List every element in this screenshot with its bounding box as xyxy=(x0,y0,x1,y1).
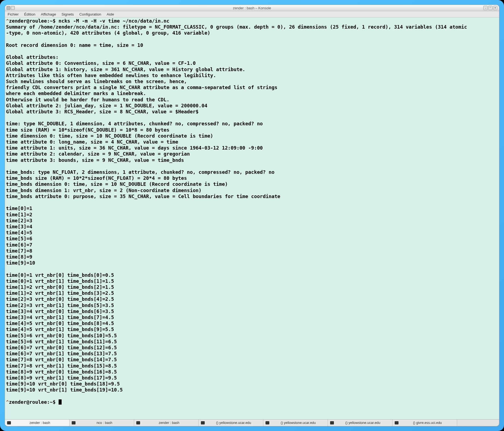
menu-view[interactable]: Affichage xyxy=(38,12,59,16)
prompt-caret-icon: ^ xyxy=(6,18,9,24)
titlebar-left-icons xyxy=(7,6,15,10)
terminal-icon xyxy=(7,421,11,424)
titlebar[interactable]: zender : bash – Konsole ⌵ ⌃ ✕ xyxy=(5,5,499,11)
prompt: zender@roulee:~$ xyxy=(9,399,59,405)
terminal-icon xyxy=(201,421,205,424)
app-icon xyxy=(7,6,10,10)
terminal-icon xyxy=(330,421,334,424)
tab-5[interactable]: () yellowstone.ucar.edu xyxy=(263,420,328,426)
maximize-button[interactable]: ⌃ xyxy=(488,6,493,10)
terminal-text[interactable]: ^zender@roulee:~$ ncks -M -m -H -v time … xyxy=(5,17,499,405)
terminal-output: Summary of /home/zender/nco/data/in.nc: … xyxy=(6,24,467,393)
terminal-icon xyxy=(72,421,76,424)
tab-label: () yellowstone.ucar.edu xyxy=(271,421,325,425)
menu-edit[interactable]: Édition xyxy=(22,12,38,16)
window-title: zender : bash – Konsole xyxy=(5,6,499,10)
command: ncks -M -m -H -v time ~/nco/data/in.nc xyxy=(59,18,170,24)
terminal-viewport[interactable]: ^zender@roulee:~$ ncks -M -m -H -v time … xyxy=(5,17,499,419)
tab-3[interactable]: zender : bash xyxy=(134,420,199,426)
tab-label: nco : bash xyxy=(77,421,132,425)
tab-label: () yellowstone.ucar.edu xyxy=(206,421,261,425)
prompt-caret-icon: ^ xyxy=(6,399,9,405)
tab-bar: zender : bash nco : bash zender : bash (… xyxy=(5,419,499,426)
menu-file[interactable]: Fichier xyxy=(5,12,22,16)
terminal-icon xyxy=(395,421,399,424)
tab-1[interactable]: zender : bash xyxy=(5,420,70,426)
menu-bookmarks[interactable]: Signets xyxy=(59,12,77,16)
app-icon-secondary xyxy=(11,6,15,10)
tab-6[interactable]: () yellowstone.ucar.edu xyxy=(328,420,393,426)
menu-help[interactable]: Aide xyxy=(104,12,117,16)
menubar: Fichier Édition Affichage Signets Config… xyxy=(5,11,499,17)
tab-4[interactable]: () yellowstone.ucar.edu xyxy=(199,420,263,426)
close-button[interactable]: ✕ xyxy=(493,6,497,10)
terminal-icon xyxy=(136,421,140,424)
tab-label: zender : bash xyxy=(142,421,196,425)
minimize-button[interactable]: ⌵ xyxy=(483,6,488,10)
tab-label: zender : bash xyxy=(13,421,67,425)
tab-label: () givre.ess.uci.edu xyxy=(400,421,455,425)
konsole-window: zender : bash – Konsole ⌵ ⌃ ✕ Fichier Éd… xyxy=(5,5,499,426)
tab-7[interactable]: () givre.ess.uci.edu xyxy=(393,420,457,426)
menu-settings[interactable]: Configuration xyxy=(77,12,104,16)
terminal-icon xyxy=(265,421,269,424)
text-cursor xyxy=(59,399,62,405)
tab-2[interactable]: nco : bash xyxy=(70,420,134,426)
prompt: zender@roulee:~$ xyxy=(9,18,59,24)
tab-label: () yellowstone.ucar.edu xyxy=(336,421,390,425)
